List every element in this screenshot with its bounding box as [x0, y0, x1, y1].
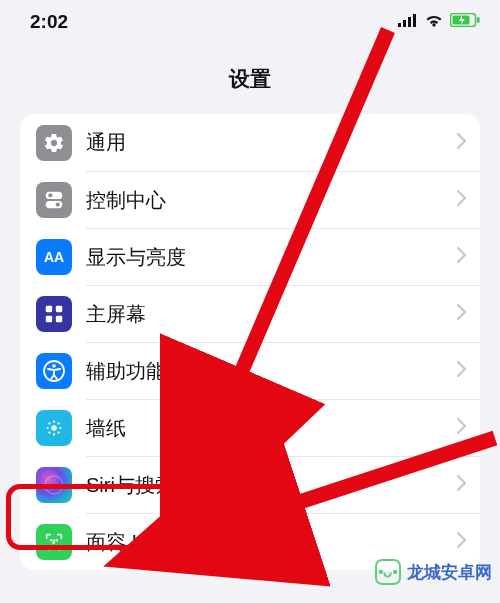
- row-siri-search[interactable]: Siri与搜索: [20, 456, 480, 513]
- row-control-center[interactable]: 控制中心: [20, 171, 480, 228]
- row-label: 控制中心: [86, 187, 166, 214]
- row-label: 面容 ID与密码: [86, 529, 212, 556]
- siri-icon: [36, 467, 72, 503]
- chevron-right-icon: [457, 475, 466, 495]
- svg-point-25: [57, 431, 59, 433]
- header: 设置: [0, 44, 500, 114]
- svg-rect-13: [46, 315, 52, 321]
- wallpaper-icon: [36, 410, 72, 446]
- svg-rect-0: [398, 23, 401, 27]
- chevron-right-icon: [457, 361, 466, 381]
- chevron-right-icon: [457, 532, 466, 552]
- chevron-right-icon: [457, 247, 466, 267]
- svg-rect-2: [408, 17, 411, 27]
- row-accessibility[interactable]: 辅助功能: [20, 342, 480, 399]
- home-screen-icon: [36, 296, 72, 332]
- row-label: 主屏幕: [86, 301, 146, 328]
- cellular-icon: [398, 13, 418, 31]
- watermark-text: 龙城安卓网: [407, 561, 492, 584]
- svg-point-26: [45, 476, 63, 494]
- row-home-screen[interactable]: 主屏幕: [20, 285, 480, 342]
- chevron-right-icon: [457, 190, 466, 210]
- chevron-right-icon: [457, 418, 466, 438]
- svg-point-10: [56, 202, 60, 206]
- screen: 2:02 设置 通用: [0, 0, 500, 603]
- battery-charging-icon: [450, 13, 480, 31]
- row-wallpaper[interactable]: 墙纸: [20, 399, 480, 456]
- page-title: 设置: [229, 65, 271, 93]
- svg-rect-8: [46, 200, 63, 207]
- svg-rect-6: [477, 17, 480, 23]
- svg-point-22: [48, 422, 50, 424]
- svg-point-19: [53, 433, 55, 435]
- svg-point-18: [53, 420, 55, 422]
- watermark-icon: •ᴗ•: [375, 559, 401, 585]
- row-label: Siri与搜索: [86, 472, 175, 499]
- watermark: •ᴗ• 龙城安卓网: [375, 559, 492, 585]
- svg-rect-1: [403, 20, 406, 27]
- svg-rect-7: [46, 191, 63, 198]
- wifi-icon: [424, 13, 444, 31]
- accessibility-icon: [36, 353, 72, 389]
- chevron-right-icon: [457, 133, 466, 153]
- svg-rect-14: [56, 315, 62, 321]
- svg-point-21: [59, 426, 61, 428]
- svg-point-17: [51, 425, 57, 431]
- row-label: 墙纸: [86, 415, 126, 442]
- status-indicators: [398, 13, 480, 31]
- row-general[interactable]: 通用: [20, 114, 480, 171]
- row-label: 显示与亮度: [86, 244, 186, 271]
- svg-point-9: [48, 193, 52, 197]
- display-brightness-icon: AA: [36, 239, 72, 275]
- svg-point-20: [46, 426, 48, 428]
- svg-point-16: [52, 364, 56, 368]
- settings-group: 通用 控制中心 AA 显示与亮度: [20, 114, 480, 570]
- svg-point-23: [57, 422, 59, 424]
- svg-point-24: [48, 431, 50, 433]
- svg-rect-3: [413, 14, 416, 27]
- row-label: 通用: [86, 129, 126, 156]
- status-time: 2:02: [30, 11, 68, 33]
- general-icon: [36, 125, 72, 161]
- svg-point-28: [56, 539, 57, 540]
- svg-point-27: [51, 539, 52, 540]
- row-label: 辅助功能: [86, 358, 166, 385]
- chevron-right-icon: [457, 304, 466, 324]
- faceid-icon: [36, 524, 72, 560]
- svg-rect-11: [46, 305, 52, 311]
- status-bar: 2:02: [0, 0, 500, 44]
- row-display-brightness[interactable]: AA 显示与亮度: [20, 228, 480, 285]
- control-center-icon: [36, 182, 72, 218]
- svg-rect-12: [56, 305, 62, 311]
